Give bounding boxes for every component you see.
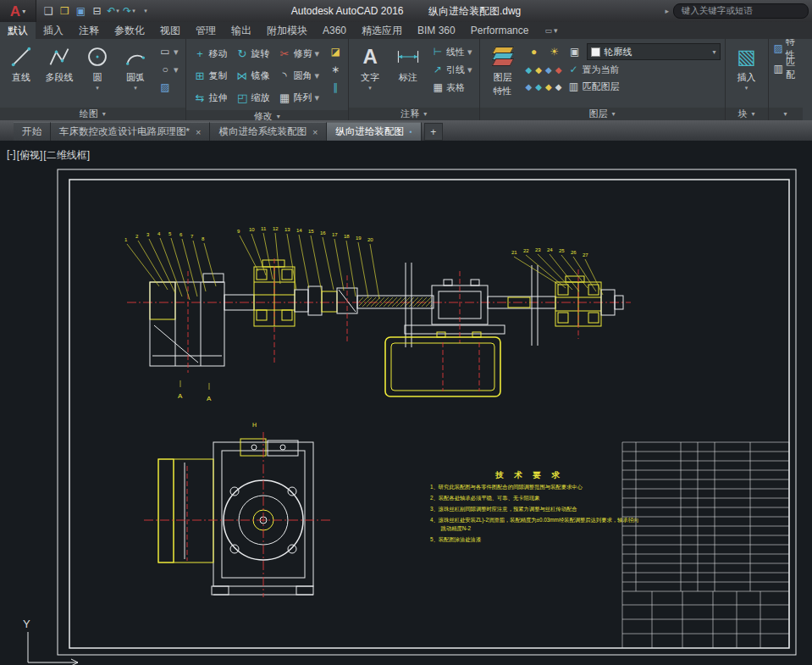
ribbon-tab-featured-apps[interactable]: 精选应用: [354, 22, 410, 39]
redo-button[interactable]: ↷▾: [122, 3, 136, 19]
ribbon-tab-view[interactable]: 视图: [152, 22, 188, 39]
panel-footer-block[interactable]: 块 ▾: [726, 108, 768, 120]
svg-text:22: 22: [523, 248, 529, 253]
save-button[interactable]: ▣: [74, 3, 88, 19]
svg-text:11: 11: [261, 226, 267, 231]
layer-properties-button[interactable]: 图层 特性: [483, 41, 523, 108]
circle-button[interactable]: 圆 ▾: [79, 41, 116, 108]
polyline-button[interactable]: 多段线: [41, 41, 78, 108]
line-button[interactable]: 直线: [3, 41, 40, 108]
set-current-layer-button[interactable]: ✓置为当前: [565, 62, 621, 77]
match-properties-button[interactable]: ▨特性: [771, 41, 800, 56]
match-layer-button[interactable]: ▥匹配图层: [565, 79, 621, 94]
layer-thaw-button[interactable]: ☀: [546, 44, 563, 59]
text-button[interactable]: A 文字 ▾: [351, 41, 389, 108]
plot-button[interactable]: ⊟: [90, 3, 104, 19]
mirror-button[interactable]: ⋈镜像: [233, 64, 273, 86]
array-button[interactable]: ▦阵列▾: [275, 86, 323, 108]
rectangle-tool-button[interactable]: ▭▾: [157, 44, 181, 59]
chevron-down-icon: ▾: [467, 47, 472, 58]
layer-tool-icon[interactable]: ◆: [535, 65, 542, 75]
viewport-visual-style-menu[interactable]: [二维线框]: [43, 148, 90, 163]
ribbon-tab-performance[interactable]: Performance: [463, 22, 537, 39]
svg-text:18: 18: [344, 234, 350, 239]
drawing-area[interactable]: [-] [俯视] [二维线框]: [0, 141, 812, 665]
copy-button[interactable]: ⊞复制: [191, 64, 231, 86]
layer-on-button[interactable]: ●: [526, 44, 543, 59]
array-label: 阵列: [294, 91, 312, 104]
ribbon-tab-home[interactable]: 默认: [0, 22, 36, 39]
ribbon-tab-manage[interactable]: 管理: [188, 22, 224, 39]
close-icon[interactable]: ×: [196, 127, 201, 137]
panel-footer-annotation[interactable]: 注释 ▾: [349, 108, 479, 120]
layer-tool-icon[interactable]: ◆: [526, 82, 533, 91]
viewport-control-menu[interactable]: [-]: [7, 148, 16, 163]
infocenter-collapse-icon[interactable]: ▸: [665, 7, 669, 15]
ellipse-tool-button[interactable]: ○▾: [157, 62, 181, 77]
move-button[interactable]: +移动: [191, 42, 231, 64]
offset-button[interactable]: ∥: [327, 80, 344, 95]
ribbon-tab-bim360[interactable]: BIM 360: [410, 22, 463, 39]
match-layer-label: 匹配图层: [582, 80, 619, 93]
layer-tool-icon[interactable]: ◆: [535, 82, 542, 91]
file-tab-start[interactable]: 开始: [14, 122, 51, 141]
explode-button[interactable]: ∗: [327, 62, 344, 77]
trim-icon: ✂: [279, 47, 291, 60]
close-icon[interactable]: ×: [312, 127, 318, 137]
undo-button[interactable]: ↶▾: [106, 3, 120, 19]
circle-label: 圆: [93, 71, 102, 84]
search-input[interactable]: 键入关键字或短语: [673, 3, 809, 19]
panel-footer-draw[interactable]: 绘图 ▾: [0, 108, 185, 120]
layer-select-dropdown[interactable]: 轮廓线 ▾: [587, 43, 721, 60]
ribbon-tab-addins[interactable]: 附加模块: [259, 22, 315, 39]
drawing-canvas[interactable]: A A H 1 2 3 4 5 6: [0, 144, 812, 665]
leader-button[interactable]: ↗引线▾: [429, 62, 475, 77]
new-tab-button[interactable]: +: [424, 123, 443, 141]
chevron-down-icon: ▾: [315, 48, 320, 59]
scale-button[interactable]: ◰缩放: [233, 86, 273, 108]
quick-access-toolbar: ❑ ❒ ▣ ⊟ ↶▾ ↷▾ ▾: [36, 3, 157, 19]
ribbon-minimize-button[interactable]: ▭ ▾: [539, 22, 562, 39]
panel-footer-modify[interactable]: 修改 ▾: [186, 110, 349, 120]
ribbon-tab-insert[interactable]: 插入: [36, 22, 71, 39]
ribbon-tab-output[interactable]: 输出: [224, 22, 259, 39]
panel-footer-layers[interactable]: 图层 ▾: [480, 108, 725, 120]
file-tab-longitudinal-feed[interactable]: 纵向进给装配图 ▪: [327, 122, 421, 141]
ribbon-tab-a360[interactable]: A360: [315, 22, 354, 39]
layer-tool-icon[interactable]: ◆: [555, 82, 562, 91]
oil-tank: [385, 332, 500, 396]
open-file-button[interactable]: ❒: [58, 3, 72, 19]
insert-block-icon: ▧: [734, 43, 760, 70]
viewport-view-menu[interactable]: [俯视]: [17, 148, 43, 163]
dimension-button[interactable]: 标注: [389, 41, 427, 108]
table-button[interactable]: ▦表格: [429, 80, 475, 95]
chevron-down-icon: ▾: [134, 85, 137, 91]
stretch-button[interactable]: ⇆拉伸: [191, 86, 231, 108]
file-tab-transverse-feed[interactable]: 横向进给系统装配图 ×: [210, 122, 327, 141]
layer-tool-icon[interactable]: ◆: [545, 65, 552, 75]
insert-block-button[interactable]: ▧ 插入 ▾: [728, 41, 765, 108]
arc-button[interactable]: 圆弧 ▾: [117, 41, 154, 108]
qat-customize-button[interactable]: ▾: [138, 3, 152, 19]
trim-button[interactable]: ✂修剪▾: [275, 42, 323, 64]
copy-icon: ⊞: [194, 69, 207, 82]
layer-lock-button[interactable]: ▣: [566, 44, 583, 59]
layer-tool-icon[interactable]: ◆: [545, 82, 552, 91]
layer-tool-icon[interactable]: ◆: [555, 65, 562, 75]
erase-button[interactable]: ◪: [327, 44, 344, 59]
ribbon-tab-parametric[interactable]: 参数化: [107, 22, 152, 39]
rotate-button[interactable]: ↻旋转: [233, 42, 273, 64]
panel-footer-properties[interactable]: ▾: [769, 108, 803, 120]
match-properties-button-2[interactable]: ▥匹配: [771, 61, 800, 76]
app-menu-button[interactable]: A ▾: [0, 0, 36, 22]
svg-text:19: 19: [356, 236, 362, 241]
fillet-button[interactable]: ◝圆角▾: [275, 64, 323, 86]
hatch-tool-button[interactable]: ▨: [157, 80, 181, 95]
table-label: 表格: [446, 81, 465, 94]
file-tab-circuit-schematic[interactable]: 车床数控改造设计电路原理图* ×: [51, 122, 210, 141]
linear-dimension-button[interactable]: ⊢线性▾: [429, 44, 475, 59]
svg-text:1: 1: [124, 237, 128, 242]
layer-tool-icon[interactable]: ◆: [526, 65, 533, 75]
ribbon-tab-annotate[interactable]: 注释: [71, 22, 107, 39]
new-file-button[interactable]: ❑: [41, 3, 56, 19]
